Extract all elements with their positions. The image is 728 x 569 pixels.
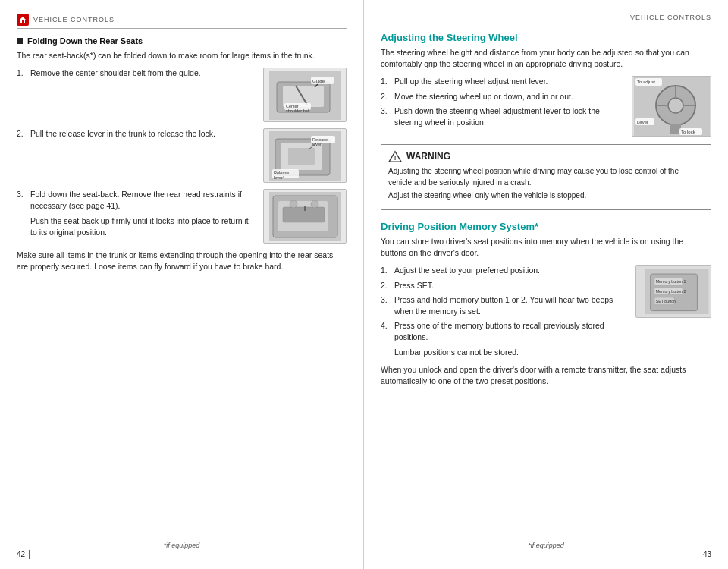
memory-step-4-text: Press one of the memory buttons to recal… [394,320,628,343]
steering-section: Adjusting the Steering Wheel The steerin… [381,32,711,137]
left-closing-text: Make sure all items in the trunk or item… [17,250,347,272]
steering-title: Adjusting the Steering Wheel [381,32,711,43]
steering-step-3-num: 3. [381,105,394,128]
memory-step-4-num: 4. [381,320,394,343]
step-1-text-area: 1. Remove the center shoulder belt from … [17,68,256,82]
step-2-item: 2. Pull the release lever in the trunk t… [17,128,256,140]
svg-text:SET button: SET button [656,299,676,303]
steering-step-1: 1. Pull up the steering wheel adjustment… [381,76,624,87]
memory-title: Driving Position Memory System* [381,221,711,232]
left-section-title-box: Folding Down the Rear Seats [17,36,347,46]
memory-section: Driving Position Memory System* You can … [381,221,711,358]
warning-box: ! WARNING Adjusting the steering wheel p… [381,144,711,210]
steering-steps-block: 1. Pull up the steering wheel adjustment… [381,76,711,137]
memory-steps-area: 1. Adjust the seat to your preferred pos… [381,265,628,358]
right-page-number: │ 43 [696,550,711,558]
step-1-num: 1. [17,68,30,79]
warning-text: Adjusting the steering wheel position wh… [388,166,704,202]
warning-line-1: Adjusting the steering wheel position wh… [388,166,704,188]
step-1-item: 1. Remove the center shoulder belt from … [17,68,256,79]
left-footnote: *if equipped [0,542,363,549]
left-section-title: Folding Down the Rear Seats [27,36,143,46]
steering-step-1-num: 1. [381,76,394,87]
home-icon [17,14,29,26]
svg-point-26 [311,200,318,208]
memory-image: Memory button 1 Memory button 2 SET butt… [635,265,711,318]
svg-text:To adjust: To adjust [637,80,655,84]
steering-steps-area: 1. Pull up the steering wheel adjustment… [381,76,624,131]
left-page: VEHICLE CONTROLS Folding Down the Rear S… [0,0,364,569]
memory-step-3-text: Press and hold memory button 1 or 2. You… [394,294,628,317]
svg-point-25 [290,200,297,208]
steering-step-3-text: Push down the steering wheel adjustment … [394,105,624,128]
warning-title: WARNING [406,151,450,162]
memory-step-2: 2. Press SET. [381,280,628,291]
memory-step-2-text: Press SET. [394,280,628,291]
right-footnote: *if equipped [364,542,728,549]
memory-step-3: 3. Press and hold memory button 1 or 2. … [381,294,628,317]
left-page-number: 42 │ [17,550,32,558]
svg-text:To lock: To lock [681,130,696,134]
steering-step-2: 2. Move the steering wheel up or down, a… [381,91,624,102]
svg-text:!: ! [394,156,397,162]
step-1-content: Remove the center shoulder belt from the… [30,68,256,79]
left-header-text: VEHICLE CONTROLS [33,16,115,24]
right-header-text: VEHICLE CONTROLS [630,14,711,21]
memory-step-4: 4. Press one of the memory buttons to re… [381,320,628,343]
svg-text:lever*: lever* [274,175,285,180]
memory-intro: You can store two driver's seat position… [381,236,711,259]
steering-step-2-text: Move the steering wheel up or down, and … [394,91,624,102]
step-3-content: Fold down the seat-back. Remove the rear… [30,189,256,212]
steering-step-1-text: Pull up the steering wheel adjustment le… [394,76,624,87]
memory-step-3-num: 3. [381,294,394,317]
svg-text:Memory button 1: Memory button 1 [656,280,686,284]
memory-step-1: 1. Adjust the seat to your preferred pos… [381,265,628,276]
left-intro-text: The rear seat-back(s*) can be folded dow… [17,50,347,61]
steering-intro: The steering wheel height and distance f… [381,47,711,70]
step-2-image: Release lever Release lever* [263,128,347,183]
left-header: VEHICLE CONTROLS [17,14,347,29]
right-page: VEHICLE CONTROLS Adjusting the Steering … [364,0,728,569]
step-3-text-area: 3. Fold down the seat-back. Remove the r… [17,189,256,238]
svg-rect-13 [288,148,315,165]
steering-image: To adjust Lever To lock [632,76,711,137]
svg-point-29 [668,98,683,113]
step-2-text-area: 2. Pull the release lever in the trunk t… [17,128,256,143]
right-header: VEHICLE CONTROLS [381,14,711,24]
step-3-subtext: Push the seat-back up firmly until it lo… [30,215,256,238]
step-1-block: 1. Remove the center shoulder belt from … [17,68,347,122]
steering-step-3: 3. Push down the steering wheel adjustme… [381,105,624,128]
black-square-icon [17,38,23,44]
memory-subtext: Lumbar positions cannot be stored. [394,347,628,358]
memory-step-2-num: 2. [381,280,394,291]
step-2-content: Pull the release lever in the trunk to r… [30,128,256,140]
svg-text:Lever: Lever [637,120,648,124]
memory-step-1-text: Adjust the seat to your preferred positi… [394,265,628,276]
step-3-item: 3. Fold down the seat-back. Remove the r… [17,189,256,212]
steering-step-2-num: 2. [381,91,394,102]
memory-steps-block: 1. Adjust the seat to your preferred pos… [381,265,711,358]
step-3-block: 3. Fold down the seat-back. Remove the r… [17,189,347,244]
step-2-num: 2. [17,128,30,140]
warning-line-2: Adjust the steering wheel only when the … [388,190,704,202]
svg-text:Guide: Guide [312,79,325,83]
svg-text:Memory button 2: Memory button 2 [656,289,686,294]
warning-triangle-icon: ! [388,150,402,162]
step-1-image: Guide Center shoulder belt [263,68,347,122]
memory-step-1-num: 1. [381,265,394,276]
memory-closing-text: When you unlock and open the driver's do… [381,364,711,387]
step-3-num: 3. [17,189,30,212]
svg-text:shoulder belt: shoulder belt [286,108,310,113]
step-3-image [263,189,347,244]
step-2-block: 2. Pull the release lever in the trunk t… [17,128,347,183]
svg-rect-33 [670,124,681,134]
warning-header: ! WARNING [388,150,704,162]
svg-rect-24 [283,207,325,222]
